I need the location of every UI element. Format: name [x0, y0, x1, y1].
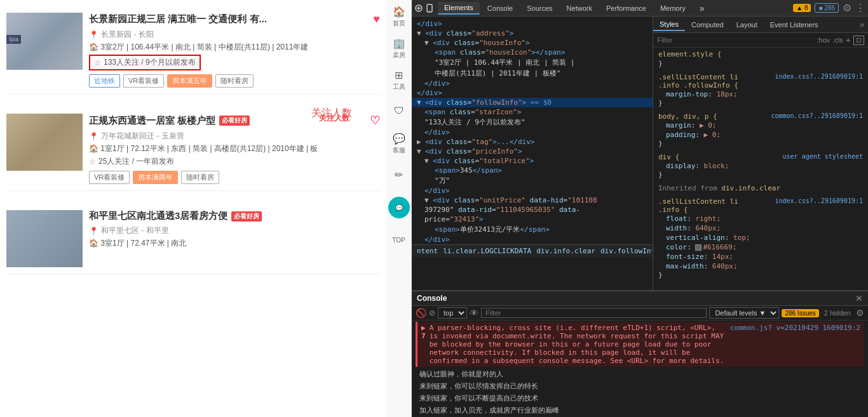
listing-location-1: 📍 长景新园 - 长阳 [89, 29, 380, 40]
cursor-icon[interactable] [414, 4, 423, 13]
css-prop-width: width: 640px; [658, 223, 863, 233]
tag-vr-1[interactable]: VR看装修 [123, 74, 164, 88]
breadcrumb-2[interactable]: li.clear.LOGCLICKDATA [443, 247, 531, 255]
html-line-8: </div> [412, 88, 653, 98]
breadcrumb-3[interactable]: div.info.clear [536, 247, 595, 255]
css-source-5[interactable]: index.css?..291609019:1 [775, 197, 863, 206]
console-issues-badge[interactable]: 286 Issues [782, 309, 818, 317]
sidebar-service[interactable]: 💬 客服 [389, 133, 409, 154]
html-line-2: ▼ <div class="address"> [412, 29, 653, 38]
html-line-20: 397290" data-rid="111045965035" data- [412, 205, 653, 215]
online-consult-button[interactable]: 💬 [388, 197, 410, 218]
css-prop-margin-top: margin-top: 18px; [658, 89, 863, 99]
tab-layout[interactable]: Layout [730, 19, 764, 30]
devtools-topbar: Elements Console Sources Network Perform… [412, 0, 868, 17]
console-levels-select[interactable]: Default levels ▼ [709, 307, 779, 319]
html-line-23: </div> [412, 235, 653, 244]
html-line-5: "3室2厅 | 106.44平米 | 南北 | 简装 | [412, 57, 653, 68]
sidebar-sell-label: 卖房 [393, 51, 405, 60]
tab-console[interactable]: Console [481, 3, 519, 14]
top-button[interactable]: TOP [389, 230, 409, 250]
tab-more[interactable]: » [693, 1, 711, 15]
tag-metro-1[interactable]: 近地铁 [89, 74, 120, 88]
filter-plus[interactable]: + [846, 35, 851, 45]
console-log-1: 确认过眼神，你就是对的人 [416, 368, 864, 380]
sidebar-edit[interactable]: ✏ [389, 165, 409, 185]
console-settings-icon[interactable]: ⚙ [856, 308, 864, 318]
listing-info-text-3: 3室1厅 | 72.47平米 | 南北 [100, 239, 186, 248]
console-clear-icon[interactable]: 🚫 [416, 308, 426, 318]
listing-image-2 [6, 114, 83, 171]
listing-title-text-1[interactable]: 长景新园正规三居 满五唯一 交通便利 有... [89, 13, 267, 25]
html-line-12: </div> [412, 128, 653, 137]
tag-vr-2[interactable]: VR看装修 [89, 171, 130, 184]
tab-styles[interactable]: Styles [653, 18, 685, 31]
star-icon-2: ☆ [89, 157, 96, 166]
css-source-3[interactable]: common.css?..291609019:1 [771, 112, 864, 121]
more-icon[interactable]: ⋮ [855, 2, 865, 14]
filter-cls[interactable]: .cls [832, 36, 843, 44]
css-selector-2: .sellListContent li [658, 73, 738, 81]
listing-follow-2: ☆ 25人关注 / 一年前发布 [89, 156, 174, 167]
tag-anytime-2[interactable]: 随时看房 [181, 171, 219, 184]
tag-age-2[interactable]: 房本满两年 [133, 171, 178, 184]
filter-box[interactable]: ⊡ [853, 36, 864, 45]
styles-tabs: Styles Computed Layout Event Listeners » [653, 17, 868, 33]
tab-event-listeners[interactable]: Event Listeners [764, 19, 825, 30]
listing-title-text-2[interactable]: 正规东西通透一居室 板楼户型 [89, 115, 215, 127]
tag-anytime-1[interactable]: 随时看房 [215, 74, 254, 88]
sidebar-tools[interactable]: ⊞ 工具 [389, 70, 409, 90]
sidebar-home[interactable]: 🏠 首页 [389, 6, 409, 27]
heart-icon-1[interactable]: ♥ [373, 13, 380, 26]
html-line-16: <span>345</span> [412, 166, 653, 175]
html-line-21: price="32413"> [412, 215, 653, 224]
breadcrumb-4[interactable]: div.followInfo [600, 247, 653, 255]
console-context-select[interactable]: top [438, 307, 467, 319]
inherited-from[interactable]: div.info.clear [721, 184, 780, 192]
settings-icon[interactable]: ⚙ [843, 2, 851, 14]
mobile-icon[interactable] [425, 4, 434, 13]
css-source-2[interactable]: index.css?..291609019:1 [775, 73, 863, 81]
css-source-4: user agent stylesheet [783, 153, 863, 161]
filter-hov[interactable]: :hov [817, 36, 831, 44]
css-selector-4: div { [658, 153, 679, 161]
tab-sources[interactable]: Sources [520, 3, 559, 14]
sidebar-tools-label: 工具 [393, 83, 405, 91]
sidebar: 🏠 首页 🏢 卖房 ⊞ 工具 🛡 💬 客服 ✏ 💬 TOP [386, 0, 412, 417]
secure-sidebar-icon: 🛡 [394, 105, 404, 117]
tab-memory[interactable]: Memory [654, 3, 692, 14]
html-line-selected[interactable]: ▼ <div class="followInfo"> == $0 [412, 98, 653, 107]
must-see-tag-2: 必看好房 [219, 116, 250, 126]
error-badge: ■ 286 [815, 3, 839, 13]
error-source[interactable]: common.js? v=20210429 1609019:2 [730, 324, 860, 365]
tab-elements[interactable]: Elements [438, 2, 480, 15]
listing-card-1: lijiia 长景新园正规三居 满五唯一 交通便利 有... ♥ 📍 长景新园 … [6, 6, 380, 95]
tab-performance[interactable]: Performance [600, 3, 653, 14]
sidebar-sell[interactable]: 🏢 卖房 [389, 38, 409, 58]
sidebar-home-label: 首页 [393, 19, 405, 28]
sidebar-secure[interactable]: 🛡 [389, 102, 409, 122]
home-icon-1: 🏠 [89, 43, 98, 51]
console-header: Console ✕ [412, 291, 868, 306]
css-prop-padding: padding: ▶ 0; [658, 130, 863, 140]
console-filter-input[interactable] [481, 308, 707, 318]
css-empty-1 [658, 58, 863, 60]
console-error-1: ▶ 7 A parser-blocking, cross site (i.e. … [416, 322, 864, 367]
styles-filter-input[interactable] [657, 36, 815, 44]
styles-more-icon[interactable]: » [856, 20, 868, 29]
listing-content-1: 长景新园正规三居 满五唯一 交通便利 有... ♥ 📍 长景新园 - 长阳 🏠 … [89, 13, 380, 88]
html-line-4: <span class="houseIcon"></span> [412, 48, 653, 57]
listing-image-3 [6, 210, 83, 267]
breadcrumb-1[interactable]: ntent [417, 247, 438, 255]
sell-sidebar-icon: 🏢 [393, 37, 405, 50]
left-panel: lijiia 长景新园正规三居 满五唯一 交通便利 有... ♥ 📍 长景新园 … [0, 0, 412, 417]
tag-age-1[interactable]: 房本满五年 [167, 74, 212, 88]
console-filter-icon[interactable]: ⊘ [429, 308, 435, 317]
css-inherited-header: Inherited from div.info.clear [658, 184, 863, 192]
star-icon-1: ☆ [94, 58, 101, 67]
listing-title-text-3[interactable]: 和平里七区南北通透3居看房方便 [89, 210, 227, 222]
console-close-button[interactable]: ✕ [855, 293, 863, 303]
heart-icon-2[interactable]: ♡ [370, 114, 380, 128]
tab-computed[interactable]: Computed [685, 19, 730, 30]
tab-network[interactable]: Network [560, 3, 599, 14]
